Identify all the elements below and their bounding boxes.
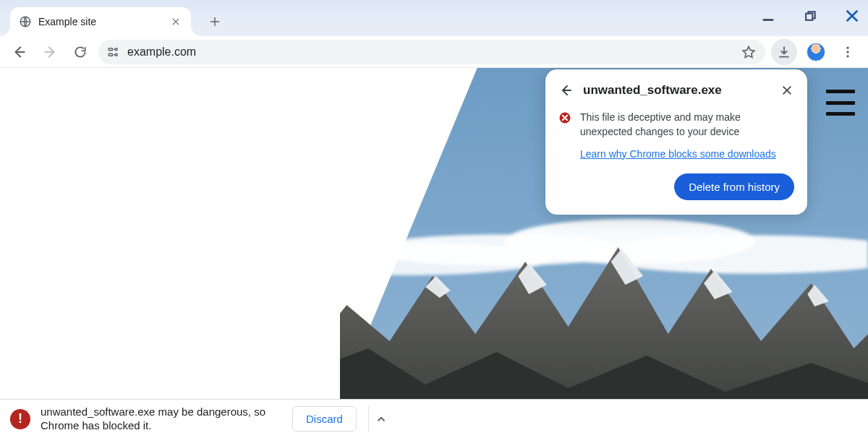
- popover-close-button[interactable]: [780, 83, 794, 98]
- minimize-button[interactable]: [758, 6, 778, 26]
- discard-button[interactable]: Discard: [292, 406, 357, 431]
- svg-rect-2: [109, 48, 112, 50]
- svg-point-5: [115, 53, 117, 56]
- svg-point-8: [846, 55, 848, 57]
- svg-point-7: [846, 51, 848, 53]
- reload-button[interactable]: [68, 40, 93, 64]
- svg-point-6: [846, 46, 848, 48]
- page-content: unwanted_software.exe This file is decep…: [0, 68, 868, 399]
- downloads-button[interactable]: [771, 39, 797, 65]
- window-close-button[interactable]: [842, 6, 862, 26]
- chrome-menu-button[interactable]: [835, 39, 861, 65]
- tab-strip: Example site: [0, 0, 226, 36]
- svg-rect-3: [109, 53, 112, 56]
- learn-more-link[interactable]: Learn why Chrome blocks some downloads: [580, 148, 776, 160]
- new-tab-button[interactable]: [204, 11, 226, 33]
- toolbar: example.com: [0, 36, 868, 68]
- delete-from-history-button[interactable]: Delete from history: [674, 173, 794, 200]
- download-shelf: ! unwanted_software.exe may be dangerous…: [0, 399, 868, 438]
- site-hamburger-menu[interactable]: [826, 90, 855, 116]
- restore-button[interactable]: [800, 6, 820, 26]
- download-warning-text: unwanted_software.exe may be dangerous, …: [41, 405, 279, 433]
- error-icon: [558, 111, 571, 124]
- back-button[interactable]: [7, 40, 32, 64]
- forward-button[interactable]: [38, 40, 62, 64]
- svg-point-4: [115, 48, 117, 50]
- svg-rect-1: [806, 14, 812, 20]
- browser-tab[interactable]: Example site: [10, 7, 191, 36]
- popover-filename: unwanted_software.exe: [583, 83, 771, 98]
- bookmark-star-icon[interactable]: [741, 44, 757, 60]
- tab-title: Example site: [38, 16, 163, 27]
- globe-icon: [19, 15, 32, 28]
- url-text[interactable]: example.com: [127, 46, 733, 59]
- tab-close-icon[interactable]: [169, 15, 182, 28]
- popover-warning-text: This file is deceptive and may make unex…: [580, 110, 794, 139]
- titlebar: Example site: [0, 0, 868, 36]
- avatar-icon: [807, 43, 825, 61]
- download-details-popover: unwanted_software.exe This file is decep…: [545, 69, 807, 215]
- site-settings-icon[interactable]: [107, 46, 120, 59]
- window-controls: [758, 6, 862, 26]
- popover-back-button[interactable]: [558, 82, 574, 98]
- download-options-button[interactable]: [368, 406, 394, 432]
- address-bar[interactable]: example.com: [98, 40, 765, 64]
- profile-avatar[interactable]: [803, 39, 829, 65]
- warning-icon: !: [10, 409, 30, 429]
